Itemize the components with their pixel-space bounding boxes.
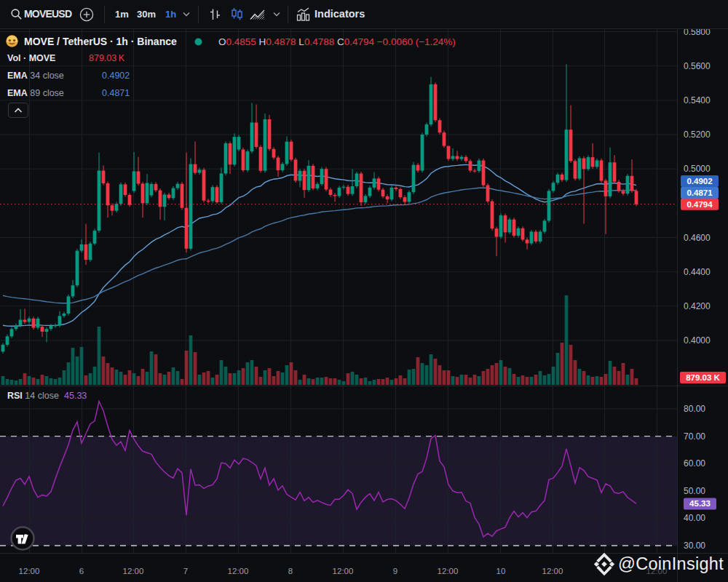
svg-text:45.33: 45.33 <box>689 499 711 508</box>
svg-text:60.00: 60.00 <box>684 458 705 469</box>
svg-text:70.00: 70.00 <box>684 431 705 442</box>
svg-text:0.4871: 0.4871 <box>687 188 713 197</box>
svg-text:9: 9 <box>393 567 397 575</box>
svg-text:40.00: 40.00 <box>684 513 705 523</box>
svg-text:6: 6 <box>79 567 84 575</box>
svg-text:0.5400: 0.5400 <box>684 95 711 105</box>
svg-text:0.4400: 0.4400 <box>684 267 711 277</box>
svg-text:30.00: 30.00 <box>684 541 705 551</box>
svg-text:8: 8 <box>288 567 293 575</box>
svg-text:0.4200: 0.4200 <box>684 301 711 311</box>
svg-text:12:00: 12:00 <box>333 567 354 575</box>
svg-text:50.00: 50.00 <box>684 486 705 496</box>
svg-text:12:00: 12:00 <box>123 567 144 575</box>
svg-text:7: 7 <box>183 567 188 575</box>
svg-text:10: 10 <box>496 567 506 575</box>
svg-text:80.00: 80.00 <box>684 404 705 414</box>
svg-text:0.4600: 0.4600 <box>684 233 711 243</box>
svg-text:12:00: 12:00 <box>228 567 249 575</box>
svg-text:0.4794: 0.4794 <box>687 200 713 209</box>
svg-text:0.5200: 0.5200 <box>684 129 711 140</box>
svg-text:879.03 K: 879.03 K <box>686 373 720 382</box>
svg-text:@CoinInsight: @CoinInsight <box>618 554 724 573</box>
svg-text:0.4000: 0.4000 <box>684 335 711 346</box>
svg-text:12:00: 12:00 <box>542 567 563 575</box>
svg-text:12:00: 12:00 <box>19 567 40 575</box>
svg-text:0.5600: 0.5600 <box>684 61 711 71</box>
svg-text:0.5000: 0.5000 <box>684 164 711 174</box>
svg-text:12:00: 12:00 <box>438 567 459 575</box>
svg-text:0.4902: 0.4902 <box>687 177 712 186</box>
